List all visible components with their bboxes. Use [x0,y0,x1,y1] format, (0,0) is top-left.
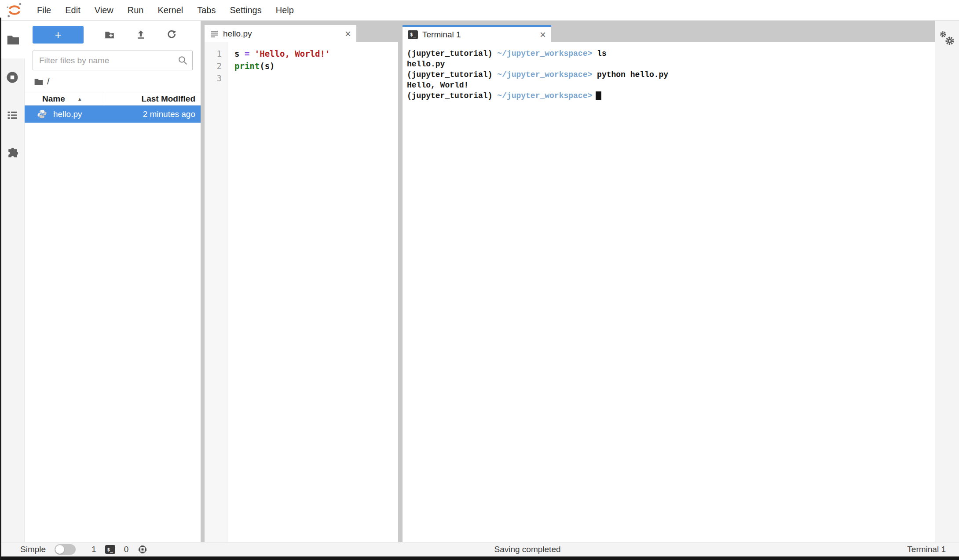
breadcrumb[interactable]: / [25,72,201,90]
status-message: Saving completed [494,545,560,554]
code-line: s = 'Hello, World!' [234,47,398,60]
simple-mode-label: Simple [20,545,46,554]
folder-icon [6,33,19,46]
sort-ascending-icon: ▲ [77,96,82,102]
breadcrumb-root: / [47,76,50,87]
activity-bar [0,21,25,542]
terminals-count[interactable]: 1 [92,545,96,554]
jupyter-logo-icon [6,2,23,18]
menu-item-file[interactable]: File [30,5,58,15]
menu-item-kernel[interactable]: Kernel [150,5,190,15]
column-header-name[interactable]: Name ▲ [25,94,104,104]
property-inspector-gears-icon[interactable] [939,30,957,47]
puzzle-icon [6,146,19,160]
code-editor[interactable]: s = 'Hello, World!'print(s) [227,42,398,542]
menu-bar: FileEditViewRunKernelTabsSettingsHelp [0,0,959,21]
status-context: Terminal 1 [907,545,959,554]
sidebar-item-file-browser[interactable] [0,21,25,58]
column-header-last-modified[interactable]: Last Modified [104,94,201,104]
sidebar-item-running-sessions[interactable] [0,58,25,96]
python-icon [37,109,47,119]
kernels-count[interactable]: 0 [124,545,129,554]
line-number-gutter: 123 [205,42,227,542]
refresh-button[interactable] [166,29,177,40]
file-list-item[interactable]: hello.py 2 minutes ago [25,105,201,123]
sidebar-item-extensions[interactable] [0,134,25,172]
toc-icon [6,109,18,121]
code-line [234,72,398,84]
main-area: + / [0,21,959,542]
new-launcher-button[interactable]: + [33,26,84,44]
close-icon[interactable]: × [345,29,351,38]
editor-content: 123 s = 'Hello, World!'print(s) [205,42,398,542]
right-sidebar [935,21,959,542]
code-line: print(s) [234,60,398,72]
file-list-header: Name ▲ Last Modified [25,92,201,105]
window-bottom-edge [0,556,959,560]
menu-item-run[interactable]: Run [121,5,151,15]
menu-item-tabs[interactable]: Tabs [190,5,223,15]
menu-item-help[interactable]: Help [269,5,301,15]
line-number: 1 [205,47,222,60]
file-browser-toolbar: + [25,21,201,46]
file-filter [33,51,193,70]
terminal-output[interactable]: (jupyter_tutorial) ~/jupyter_workspace> … [403,42,935,542]
terminal-icon: $_ [408,30,418,39]
terminal-cursor [596,91,601,100]
terminal-line: (jupyter_tutorial) ~/jupyter_workspace> [407,91,935,101]
simple-mode-toggle[interactable] [55,544,76,555]
file-last-modified: 2 minutes ago [143,109,195,119]
kernel-chip-icon[interactable] [137,544,148,555]
terminal-content: (jupyter_tutorial) ~/jupyter_workspace> … [403,42,935,542]
upload-button[interactable] [135,29,146,40]
terminal-line: hello.py [407,59,935,69]
tab-terminal-1[interactable]: $_ Terminal 1 × [403,25,551,42]
terminal-icon[interactable]: $_ [105,545,115,554]
menu-item-view[interactable]: View [88,5,121,15]
menu-bar-items: FileEditViewRunKernelTabsSettingsHelp [30,5,301,15]
window-left-edge [0,18,1,560]
file-name: hello.py [53,109,82,119]
menu-item-edit[interactable]: Edit [58,5,87,15]
file-browser-panel: + / [25,21,201,542]
file-filter-input[interactable] [33,51,193,70]
line-number: 2 [205,60,222,72]
editor-panel: hello.py × 123 s = 'Hello, World!'print(… [205,25,398,542]
home-folder-icon [33,77,43,86]
terminal-line: (jupyter_tutorial) ~/jupyter_workspace> … [407,48,935,59]
text-file-icon [210,29,219,38]
tab-hello-py[interactable]: hello.py × [205,25,356,42]
terminal-line: (jupyter_tutorial) ~/jupyter_workspace> … [407,69,935,80]
search-icon [177,55,188,66]
dock-area: hello.py × 123 s = 'Hello, World!'print(… [201,21,935,542]
toggle-knob [55,545,64,554]
terminal-line: Hello, World! [407,80,935,91]
sidebar-item-table-of-contents[interactable] [0,96,25,134]
running-icon [6,71,19,84]
terminal-panel: $_ Terminal 1 × (jupyter_tutorial) ~/jup… [403,25,935,542]
status-bar: Simple 1 $_ 0 Saving completed Terminal … [0,542,959,556]
file-list: hello.py 2 minutes ago [25,105,201,123]
new-folder-button[interactable] [104,29,115,40]
line-number: 3 [205,72,222,84]
menu-item-settings[interactable]: Settings [223,5,268,15]
close-icon[interactable]: × [540,30,546,39]
